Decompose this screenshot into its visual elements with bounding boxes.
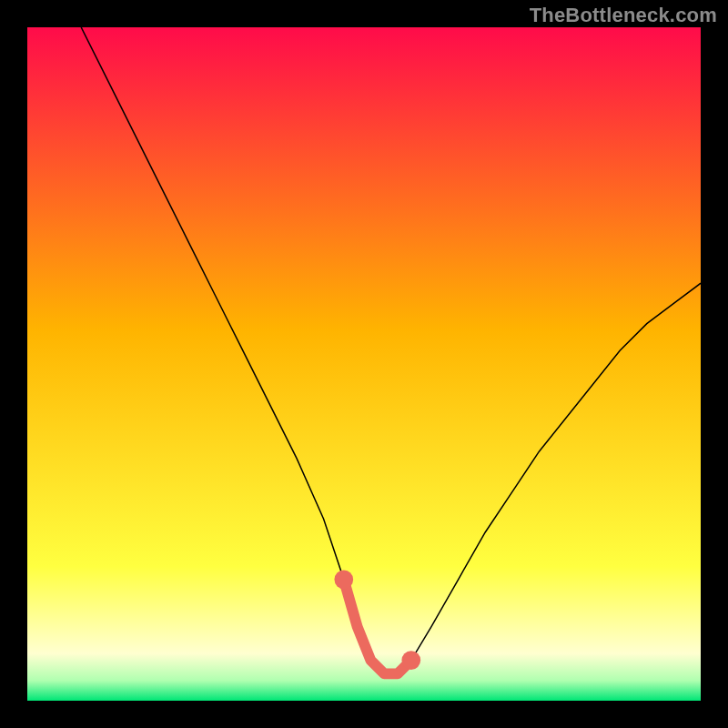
watermark-text: TheBottleneck.com: [530, 4, 717, 27]
chart-background: [27, 27, 701, 701]
emphasis-endpoint-left: [334, 570, 353, 589]
emphasis-endpoint-right: [401, 651, 420, 670]
bottleneck-chart: [27, 27, 701, 701]
